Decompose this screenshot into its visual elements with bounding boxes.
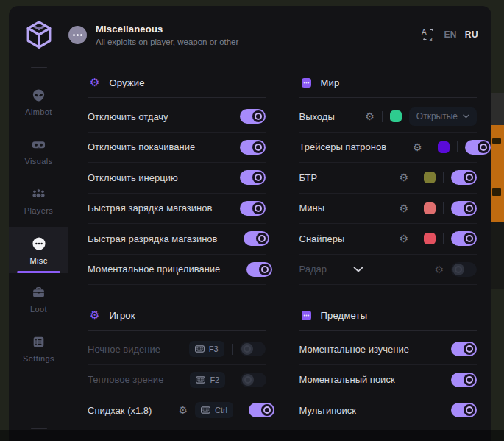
toggle-knob [259,264,271,275]
settings-row: Ночное видениеF3 [88,334,266,365]
row-label: Тепловое зрение [88,374,163,385]
settings-row: Мультипоиск [299,395,478,426]
gear-icon: ⚙ [90,77,99,88]
sidebar-item-misc[interactable]: Misc [9,227,68,273]
row-label: Моментальный поиск [299,374,395,385]
color-swatch[interactable] [438,141,450,153]
sidebar-item-players[interactable]: Players [9,178,68,224]
lang-ru-button[interactable]: RU [465,29,478,40]
vr-goggles-icon [32,138,46,152]
sidebar-item-label: Loot [30,305,47,314]
section-rows: Ночное видениеF3Тепловое зрениеF2Спидхак… [88,334,266,426]
row-controls [246,262,272,277]
settings-row: Отключить покачивание [88,133,266,163]
settings-row: Быстрая зарядка магазинов [88,194,266,225]
toggle-switch[interactable] [451,403,477,417]
toggle-switch[interactable] [240,342,266,356]
divider [88,97,266,98]
row-label: Трейсеры патронов [299,141,387,152]
toggle-switch[interactable] [240,109,266,124]
toggle-knob [252,141,264,153]
divider [241,405,241,416]
page-heading: Miscellaneous All exploits on player, we… [68,24,238,46]
row-controls: ⚙Ctrl [178,402,274,418]
app-logo [9,19,68,50]
list-icon [32,335,46,349]
gear-icon[interactable]: ⚙ [413,142,422,152]
toggle-knob [256,233,268,244]
page-subtitle: All exploits on player, weapon or other [96,38,238,46]
gear-icon: ⚙ [90,310,99,321]
divider [443,202,444,214]
row-controls: ⚙ Открытые [365,107,477,126]
row-controls [240,140,266,155]
toggle-switch[interactable] [465,140,491,155]
hotkey-badge[interactable]: F2 [190,372,225,388]
translate-icon: A з [421,27,436,42]
toggle-switch[interactable] [451,342,477,356]
color-swatch[interactable] [424,202,436,214]
bottom-shade [0,430,504,441]
toggle-switch[interactable] [244,231,269,246]
row-label: Снайперы [299,233,345,244]
row-controls [451,373,477,387]
background-dark-sliver [491,222,504,289]
toggle-knob [452,264,464,275]
gear-icon[interactable]: ⚙ [399,203,408,214]
chevron-down-icon[interactable] [353,267,363,272]
gear-icon[interactable]: ⚙ [178,405,188,415]
sidebar-item-aimbot[interactable]: Aimbot [9,80,68,125]
row-controls [244,231,269,246]
toggle-switch[interactable] [249,403,274,417]
toggle-switch[interactable] [240,140,266,155]
toggle-switch[interactable] [240,170,266,185]
main-content: ⚙ Оружие Отключить отдачуОтключить покач… [68,63,491,441]
hotkey-badge[interactable]: F3 [189,341,224,357]
ellipsis-circle-icon [32,236,46,251]
color-swatch[interactable] [424,172,436,183]
section-world: Мир Выходы⚙ ОткрытыеТрейсеры патронов⚙ Б… [299,74,478,285]
row-label: Радар [299,264,327,275]
gear-icon[interactable]: ⚙ [399,233,408,244]
row-controls: ⚙ [413,140,491,155]
divider [457,141,458,152]
toggle-knob [464,233,475,244]
sidebar-item-label: Visuals [24,157,52,166]
settings-row: Радар⚙ [299,255,478,286]
row-label: Мультипоиск [299,405,356,416]
row-controls: ⚙ [399,170,477,185]
dropdown-select[interactable]: Открытые [409,107,477,126]
toggle-switch[interactable] [451,231,477,246]
toggle-switch[interactable] [451,262,477,277]
settings-row: Снайперы⚙ [299,224,478,255]
gear-icon[interactable]: ⚙ [399,172,408,183]
lang-en-button[interactable]: EN [444,29,456,40]
row-controls [240,109,266,124]
toggle-knob [464,172,475,183]
color-swatch[interactable] [390,110,402,122]
divider [416,233,416,244]
toggle-switch[interactable] [451,170,477,185]
gear-icon[interactable]: ⚙ [365,111,375,121]
toggle-switch[interactable] [240,201,266,216]
row-controls: F3 [189,341,266,357]
row-controls: ⚙ [434,262,477,277]
sidebar-item-visuals[interactable]: Visuals [9,129,68,174]
sidebar: Aimbot Visuals Players Misc Loot Setting… [9,63,68,441]
color-swatch[interactable] [424,233,436,244]
hotkey-badge[interactable]: Ctrl [195,402,233,418]
dots-square-icon [302,78,311,88]
row-label: Мины [299,202,325,214]
desktop-background: Miscellaneous All exploits on player, we… [0,0,504,441]
sidebar-item-label: Aimbot [25,107,52,116]
toggle-switch[interactable] [451,201,477,216]
toggle-switch[interactable] [241,373,266,387]
toggle-switch[interactable] [451,373,477,387]
section-rows: Выходы⚙ ОткрытыеТрейсеры патронов⚙ БТР⚙ … [299,102,478,285]
sidebar-item-settings[interactable]: Settings [9,326,68,372]
sidebar-item-loot[interactable]: Loot [9,277,68,322]
toggle-switch[interactable] [246,262,272,277]
toggle-knob [464,202,475,214]
gear-icon[interactable]: ⚙ [434,264,444,275]
row-controls [451,342,477,356]
